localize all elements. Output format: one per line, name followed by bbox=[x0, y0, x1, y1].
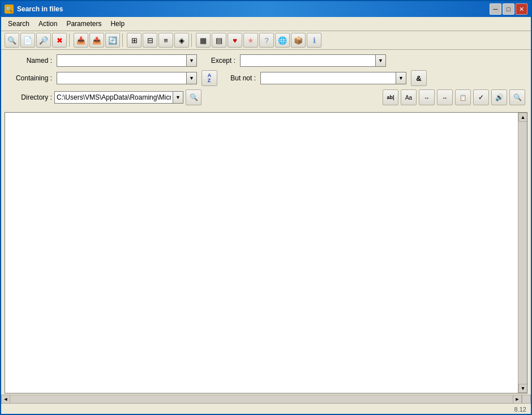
except-section: Except : ▼ bbox=[201, 54, 525, 67]
replace-button[interactable]: ↔ bbox=[437, 89, 453, 105]
browse-directory-button[interactable]: 🔍 bbox=[186, 89, 201, 105]
except-label: Except : bbox=[201, 57, 235, 65]
named-dropdown-btn[interactable]: ▼ bbox=[187, 54, 197, 67]
menu-help[interactable]: Help bbox=[106, 18, 129, 29]
named-combo: ▼ bbox=[57, 54, 197, 67]
zoom-button[interactable]: 🔍 bbox=[509, 89, 525, 105]
directory-section: Directory : ▼ 🔍 bbox=[7, 89, 201, 105]
and-button[interactable]: & bbox=[411, 70, 427, 86]
named-input[interactable] bbox=[57, 54, 187, 67]
vertical-scrollbar[interactable]: ▲ ▼ bbox=[518, 113, 527, 393]
toolbar-fav-btn[interactable]: ♥ bbox=[228, 33, 242, 48]
row-named: Named : ▼ Except : ▼ bbox=[7, 54, 525, 67]
main-window: 🔍 Search in files ─ □ ✕ Search Action Pa… bbox=[0, 0, 532, 415]
app-icon: 🔍 bbox=[5, 5, 14, 14]
minimize-button[interactable]: ─ bbox=[490, 3, 501, 15]
directory-label: Directory : bbox=[7, 93, 52, 101]
containing-combo: ▼ bbox=[57, 72, 197, 84]
toolbar-filter-btn[interactable]: ◈ bbox=[174, 33, 189, 48]
az-sort-button[interactable]: AZ bbox=[201, 70, 217, 86]
directory-input[interactable] bbox=[54, 91, 173, 104]
toolbar-open-btn[interactable]: 🔎 bbox=[36, 33, 51, 48]
toolbar-help-btn[interactable]: ? bbox=[259, 33, 274, 48]
except-input[interactable] bbox=[240, 54, 376, 67]
scroll-right-arrow[interactable]: ► bbox=[513, 395, 522, 404]
toolbar-pkg-btn[interactable]: 📦 bbox=[291, 33, 306, 48]
toolbar-sep3 bbox=[191, 33, 194, 47]
toolbar-delete-btn[interactable]: ✖ bbox=[52, 33, 67, 48]
title-bar: 🔍 Search in files ─ □ ✕ bbox=[1, 1, 531, 17]
word-boundary-button[interactable]: ab| bbox=[383, 89, 398, 105]
scroll-down-arrow[interactable]: ▼ bbox=[518, 384, 527, 393]
maximize-button[interactable]: □ bbox=[503, 3, 514, 15]
scroll-track bbox=[518, 122, 527, 384]
toolbar-refresh-btn[interactable]: 🔄 bbox=[105, 33, 120, 48]
close-button[interactable]: ✕ bbox=[516, 3, 527, 15]
results-list-button[interactable]: 📋 bbox=[455, 89, 471, 105]
row-directory: Directory : ▼ 🔍 ab| Aa ↔ ↔ 📋 ✓ 🔊 🔍 bbox=[7, 89, 525, 105]
sound-button[interactable]: 🔊 bbox=[491, 89, 507, 105]
containing-label: Containing : bbox=[7, 74, 52, 82]
results-area: ▲ ▼ bbox=[5, 112, 527, 393]
butnot-label: But not : bbox=[222, 74, 256, 82]
title-bar-buttons: ─ □ ✕ bbox=[490, 3, 527, 15]
scroll-corner bbox=[522, 395, 531, 404]
butnot-dropdown-btn[interactable]: ▼ bbox=[396, 72, 406, 84]
directory-dropdown-btn[interactable]: ▼ bbox=[173, 91, 183, 104]
bottom-bar: ◄ ► bbox=[1, 393, 531, 405]
menu-parameters[interactable]: Parameters bbox=[62, 18, 106, 29]
named-section: Named : ▼ bbox=[7, 54, 197, 67]
search-options: ab| Aa ↔ ↔ 📋 ✓ 🔊 🔍 bbox=[383, 89, 525, 105]
validate-button[interactable]: ✓ bbox=[473, 89, 489, 105]
toolbar-col-btn[interactable]: ▦ bbox=[196, 33, 211, 48]
named-label: Named : bbox=[7, 57, 52, 65]
except-combo: ▼ bbox=[240, 54, 386, 67]
toolbar-tile-btn[interactable]: ⊟ bbox=[143, 33, 157, 48]
directory-combo: ▼ bbox=[54, 91, 183, 104]
butnot-input[interactable] bbox=[260, 72, 396, 84]
toolbar-grid-btn[interactable]: ⊞ bbox=[127, 33, 141, 48]
horizontal-scroll-track bbox=[10, 395, 513, 404]
butnot-combo: ▼ bbox=[260, 72, 406, 84]
butnot-section: But not : ▼ & bbox=[222, 70, 525, 86]
menu-search[interactable]: Search bbox=[3, 18, 34, 29]
toolbar-sep2 bbox=[122, 33, 125, 47]
toolbar-export-btn[interactable]: 📤 bbox=[89, 33, 104, 48]
form-area: Named : ▼ Except : ▼ Containing : bbox=[1, 50, 531, 110]
toolbar-import-btn[interactable]: 📥 bbox=[74, 33, 88, 48]
menu-bar: Search Action Parameters Help bbox=[1, 17, 531, 31]
toolbar-row-btn[interactable]: ▤ bbox=[212, 33, 226, 48]
version-label: 8.12 bbox=[1, 405, 531, 414]
menu-action[interactable]: Action bbox=[34, 18, 62, 29]
toolbar-sep1 bbox=[69, 33, 71, 47]
containing-input[interactable] bbox=[57, 72, 187, 84]
case-sensitive-button[interactable]: Aa bbox=[401, 89, 417, 105]
results-content bbox=[5, 113, 518, 393]
toolbar-search-btn[interactable]: 🔍 bbox=[5, 33, 19, 48]
containing-dropdown-btn[interactable]: ▼ bbox=[187, 72, 197, 84]
row-containing: Containing : ▼ AZ But not : ▼ & bbox=[7, 70, 525, 86]
toolbar: 🔍 📄 🔎 ✖ 📥 📤 🔄 ⊞ ⊟ ≡ ◈ ▦ ▤ ♥ ★ ? 🌐 📦 ℹ bbox=[1, 31, 531, 50]
scroll-up-arrow[interactable]: ▲ bbox=[518, 113, 527, 122]
except-dropdown-btn[interactable]: ▼ bbox=[376, 54, 386, 67]
toolbar-list-btn[interactable]: ≡ bbox=[158, 33, 173, 48]
window-title: Search in files bbox=[17, 5, 63, 13]
toolbar-info-btn[interactable]: ℹ bbox=[307, 33, 321, 48]
scroll-left-arrow[interactable]: ◄ bbox=[1, 395, 10, 404]
toolbar-new-btn[interactable]: 📄 bbox=[20, 33, 35, 48]
toolbar-web-btn[interactable]: 🌐 bbox=[275, 33, 290, 48]
regex-button[interactable]: ↔ bbox=[419, 89, 435, 105]
toolbar-star-btn[interactable]: ★ bbox=[243, 33, 258, 48]
title-bar-left: 🔍 Search in files bbox=[5, 5, 63, 14]
containing-section: Containing : ▼ AZ bbox=[7, 70, 217, 86]
